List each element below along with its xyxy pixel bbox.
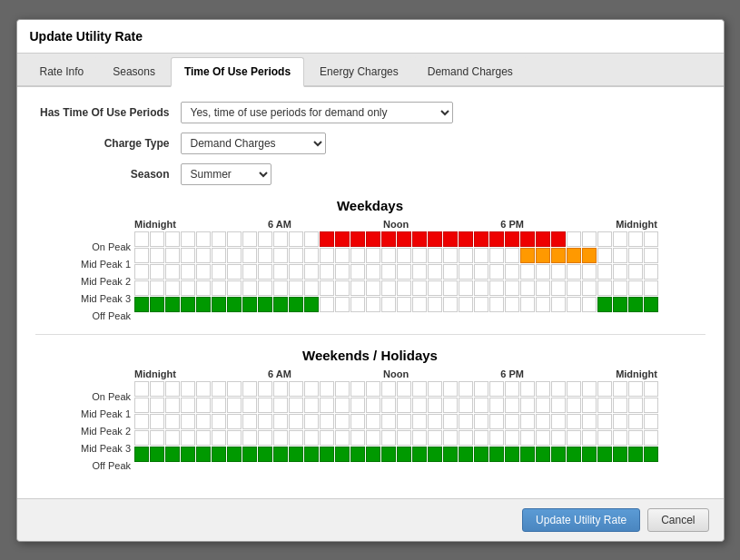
wd-cell-r1-c4[interactable] xyxy=(196,248,211,263)
we-cell-r1-c31[interactable] xyxy=(613,398,627,413)
we-cell-r3-c2[interactable] xyxy=(165,430,180,446)
wd-cell-r1-c26[interactable] xyxy=(536,248,550,263)
wd-cell-r4-c9[interactable] xyxy=(273,297,288,312)
we-cell-r0-c3[interactable] xyxy=(181,381,195,397)
we-cell-r2-c5[interactable] xyxy=(212,414,226,429)
wd-cell-r4-c19[interactable] xyxy=(428,297,442,312)
wd-cell-r4-c14[interactable] xyxy=(350,297,365,312)
wd-cell-r4-c16[interactable] xyxy=(381,297,396,312)
we-cell-r3-c7[interactable] xyxy=(242,430,257,446)
we-cell-r3-c10[interactable] xyxy=(289,430,303,446)
we-cell-r1-c4[interactable] xyxy=(196,398,211,413)
we-cell-r1-c24[interactable] xyxy=(505,398,519,413)
we-cell-r0-c19[interactable] xyxy=(428,381,442,397)
wd-cell-r1-c27[interactable] xyxy=(551,248,566,263)
wd-cell-r1-c12[interactable] xyxy=(320,248,334,263)
wd-cell-r3-c7[interactable] xyxy=(242,280,257,296)
we-cell-r4-c24[interactable] xyxy=(505,447,519,462)
we-cell-r0-c24[interactable] xyxy=(505,381,519,397)
we-cell-r1-c27[interactable] xyxy=(551,398,566,413)
we-cell-r2-c10[interactable] xyxy=(289,414,303,429)
wd-cell-r1-c8[interactable] xyxy=(258,248,272,263)
wd-cell-r4-c25[interactable] xyxy=(520,297,535,312)
wd-cell-r4-c3[interactable] xyxy=(181,297,195,312)
wd-cell-r0-c17[interactable] xyxy=(397,231,411,247)
we-cell-r2-c31[interactable] xyxy=(613,414,627,429)
we-cell-r2-c15[interactable] xyxy=(366,414,380,429)
cancel-button[interactable]: Cancel xyxy=(647,508,708,532)
we-cell-r4-c14[interactable] xyxy=(350,447,365,462)
we-cell-r1-c30[interactable] xyxy=(597,398,612,413)
we-cell-r2-c13[interactable] xyxy=(335,414,350,429)
we-cell-r3-c21[interactable] xyxy=(459,430,473,446)
wd-cell-r4-c30[interactable] xyxy=(597,297,612,312)
we-cell-r2-c19[interactable] xyxy=(428,414,442,429)
wd-cell-r1-c17[interactable] xyxy=(397,248,411,263)
we-cell-r4-c13[interactable] xyxy=(335,447,350,462)
wd-cell-r0-c10[interactable] xyxy=(289,231,303,247)
wd-cell-r2-c26[interactable] xyxy=(536,264,550,280)
we-cell-r2-c23[interactable] xyxy=(489,414,504,429)
wd-cell-r3-c23[interactable] xyxy=(489,280,504,296)
wd-cell-r2-c4[interactable] xyxy=(196,264,211,280)
we-cell-r0-c14[interactable] xyxy=(350,381,365,397)
wd-cell-r2-c30[interactable] xyxy=(597,264,612,280)
wd-cell-r3-c0[interactable] xyxy=(134,280,149,296)
we-cell-r0-c27[interactable] xyxy=(551,381,566,397)
wd-cell-r4-c1[interactable] xyxy=(150,297,164,312)
wd-cell-r3-c20[interactable] xyxy=(443,280,458,296)
wd-cell-r1-c19[interactable] xyxy=(428,248,442,263)
we-cell-r4-c23[interactable] xyxy=(489,447,504,462)
wd-cell-r4-c20[interactable] xyxy=(443,297,458,312)
wd-cell-r2-c2[interactable] xyxy=(165,264,180,280)
we-cell-r0-c8[interactable] xyxy=(258,381,272,397)
we-cell-r4-c29[interactable] xyxy=(582,447,597,462)
wd-cell-r3-c25[interactable] xyxy=(520,280,535,296)
we-cell-r1-c14[interactable] xyxy=(350,398,365,413)
we-cell-r0-c29[interactable] xyxy=(582,381,597,397)
we-cell-r3-c5[interactable] xyxy=(212,430,226,446)
wd-cell-r0-c29[interactable] xyxy=(582,231,597,247)
we-cell-r3-c13[interactable] xyxy=(335,430,350,446)
wd-cell-r3-c33[interactable] xyxy=(644,280,658,296)
wd-cell-r3-c27[interactable] xyxy=(551,280,566,296)
we-cell-r3-c15[interactable] xyxy=(366,430,380,446)
we-cell-r2-c11[interactable] xyxy=(304,414,319,429)
wd-cell-r4-c18[interactable] xyxy=(412,297,427,312)
we-cell-r3-c8[interactable] xyxy=(258,430,272,446)
tab-rate-info[interactable]: Rate Info xyxy=(26,57,98,85)
we-cell-r0-c20[interactable] xyxy=(443,381,458,397)
wd-cell-r2-c19[interactable] xyxy=(428,264,442,280)
we-cell-r2-c3[interactable] xyxy=(181,414,195,429)
wd-cell-r4-c12[interactable] xyxy=(320,297,334,312)
we-cell-r2-c9[interactable] xyxy=(273,414,288,429)
wd-cell-r3-c10[interactable] xyxy=(289,280,303,296)
wd-cell-r4-c33[interactable] xyxy=(644,297,658,312)
wd-cell-r2-c20[interactable] xyxy=(443,264,458,280)
we-cell-r1-c29[interactable] xyxy=(582,398,597,413)
wd-cell-r3-c19[interactable] xyxy=(428,280,442,296)
we-cell-r2-c18[interactable] xyxy=(412,414,427,429)
wd-cell-r1-c28[interactable] xyxy=(567,248,581,263)
wd-cell-r3-c2[interactable] xyxy=(165,280,180,296)
we-cell-r4-c1[interactable] xyxy=(150,447,164,462)
wd-cell-r2-c16[interactable] xyxy=(381,264,396,280)
we-cell-r1-c25[interactable] xyxy=(520,398,535,413)
we-cell-r4-c18[interactable] xyxy=(412,447,427,462)
wd-cell-r0-c20[interactable] xyxy=(443,231,458,247)
wd-cell-r0-c14[interactable] xyxy=(350,231,365,247)
we-cell-r3-c9[interactable] xyxy=(273,430,288,446)
we-cell-r1-c28[interactable] xyxy=(567,398,581,413)
we-cell-r2-c24[interactable] xyxy=(505,414,519,429)
wd-cell-r0-c27[interactable] xyxy=(551,231,566,247)
wd-cell-r0-c16[interactable] xyxy=(381,231,396,247)
wd-cell-r3-c13[interactable] xyxy=(335,280,350,296)
wd-cell-r2-c13[interactable] xyxy=(335,264,350,280)
we-cell-r2-c20[interactable] xyxy=(443,414,458,429)
wd-cell-r3-c4[interactable] xyxy=(196,280,211,296)
we-cell-r1-c18[interactable] xyxy=(412,398,427,413)
we-cell-r3-c6[interactable] xyxy=(227,430,242,446)
we-cell-r1-c8[interactable] xyxy=(258,398,272,413)
wd-cell-r1-c15[interactable] xyxy=(366,248,380,263)
wd-cell-r3-c22[interactable] xyxy=(474,280,488,296)
